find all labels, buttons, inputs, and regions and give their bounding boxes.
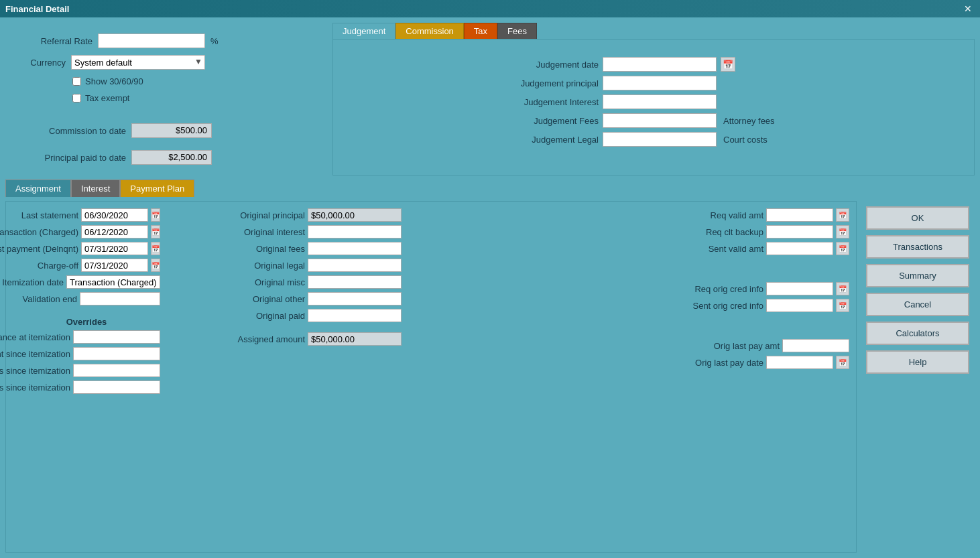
last-statement-input[interactable] — [81, 208, 148, 222]
charge-off-calendar-icon[interactable]: 📅 — [151, 259, 160, 272]
commission-row: Commission to date $500.00 — [19, 123, 314, 138]
original-misc-label: Original misc — [218, 277, 305, 287]
adjs-since-itemization-input[interactable] — [73, 380, 160, 394]
tab-interest[interactable]: Interest — [71, 180, 120, 197]
referral-rate-input[interactable] — [98, 33, 205, 48]
original-fees-input[interactable] — [308, 242, 402, 255]
calculators-button[interactable]: Calculators — [866, 322, 969, 345]
original-paid-label: Original paid — [218, 311, 305, 321]
tab-payment-plan[interactable]: Payment Plan — [120, 180, 194, 197]
currency-dropdown-wrap: System default ▼ — [71, 55, 205, 70]
show-30-60-90-checkbox[interactable] — [72, 77, 81, 86]
fees-since-itemization-input[interactable] — [73, 364, 160, 377]
transactions-button[interactable]: Transactions — [866, 235, 969, 259]
help-button[interactable]: Help — [866, 350, 969, 374]
last-payment-calendar-icon[interactable]: 📅 — [151, 242, 160, 255]
sent-orig-cred-info-calendar-icon[interactable]: 📅 — [836, 299, 849, 312]
assigned-amount-input[interactable] — [308, 332, 402, 346]
tax-exempt-label: Tax exempt — [85, 93, 129, 103]
close-button[interactable]: ✕ — [961, 3, 975, 14]
tab-judgement[interactable]: Judgement — [332, 23, 395, 39]
court-costs-label: Court costs — [721, 135, 768, 145]
original-interest-input[interactable] — [308, 225, 402, 238]
int-since-itemization-row: Int since itemization — [13, 347, 160, 360]
judgement-date-input[interactable] — [603, 57, 717, 72]
req-orig-cred-info-calendar-icon[interactable]: 📅 — [836, 282, 849, 295]
sent-valid-amt-label: Sent valid amt — [663, 244, 763, 254]
judgement-interest-row: Judgement Interest — [491, 94, 950, 109]
req-clt-backup-row: Req clt backup 📅 — [422, 225, 849, 238]
orig-last-pay-date-calendar-icon[interactable]: 📅 — [836, 356, 849, 369]
original-interest-row: Original interest — [180, 225, 402, 238]
orig-last-pay-date-input[interactable] — [766, 356, 833, 369]
req-clt-backup-input[interactable] — [766, 225, 833, 238]
original-fees-label: Original fees — [218, 244, 305, 254]
cancel-button[interactable]: Cancel — [866, 293, 969, 316]
judgement-interest-input[interactable] — [603, 94, 717, 109]
orig-last-pay-date-row: Orig last pay date 📅 — [422, 356, 849, 369]
orig-last-pay-date-label: Orig last pay date — [663, 358, 763, 368]
ok-button[interactable]: OK — [866, 206, 969, 230]
judgement-legal-input[interactable] — [603, 132, 717, 147]
last-statement-calendar-icon[interactable]: 📅 — [151, 208, 160, 222]
judgement-fields: Judgement date 📅 Judgement principal Jud… — [344, 50, 963, 153]
int-since-itemization-label: Int since itemization — [0, 349, 70, 359]
itemization-input[interactable] — [66, 275, 160, 289]
original-misc-input[interactable] — [308, 275, 402, 289]
pct-symbol: % — [210, 36, 219, 46]
req-orig-cred-info-input[interactable] — [766, 282, 833, 295]
judgement-date-calendar-icon[interactable]: 📅 — [721, 57, 735, 72]
tax-exempt-checkbox[interactable] — [72, 94, 81, 102]
req-valid-amt-input[interactable] — [766, 208, 833, 222]
original-paid-input[interactable] — [308, 309, 402, 322]
original-legal-input[interactable] — [308, 259, 402, 272]
sent-orig-cred-info-label: Sent orig cred info — [663, 301, 763, 311]
adjs-since-itemization-row: Adjs since itemization — [13, 380, 160, 394]
transaction-charged-input[interactable] — [81, 225, 148, 238]
tab-assignment[interactable]: Assignment — [5, 180, 71, 197]
original-other-label: Original other — [218, 294, 305, 304]
original-interest-label: Original interest — [218, 227, 305, 237]
judgement-tab-content: Judgement date 📅 Judgement principal Jud… — [332, 39, 975, 176]
original-principal-label: Original principal — [218, 210, 305, 220]
tab-tax[interactable]: Tax — [464, 23, 497, 39]
sent-valid-amt-calendar-icon[interactable]: 📅 — [836, 242, 849, 255]
validation-end-input[interactable] — [80, 292, 160, 305]
int-since-itemization-input[interactable] — [73, 347, 160, 360]
req-valid-amt-label: Req valid amt — [663, 210, 763, 220]
req-valid-amt-row: Req valid amt 📅 — [422, 208, 849, 222]
balance-at-itemization-input[interactable] — [73, 330, 160, 344]
commission-label: Commission to date — [19, 126, 126, 136]
charge-off-input[interactable] — [81, 259, 148, 272]
original-misc-row: Original misc — [180, 275, 402, 289]
window-title: Financial Detail — [5, 4, 69, 14]
sent-orig-cred-info-input[interactable] — [766, 299, 833, 312]
assignment-panel: Last statement 📅 Transaction (Charged) 📅… — [5, 201, 857, 553]
last-payment-input[interactable] — [81, 242, 148, 255]
judgement-principal-input[interactable] — [603, 76, 717, 90]
req-valid-amt-calendar-icon[interactable]: 📅 — [836, 208, 849, 222]
assigned-amount-row: Assigned amount — [180, 332, 402, 346]
tab-commission[interactable]: Commission — [395, 23, 464, 39]
judgement-principal-row: Judgement principal — [491, 76, 950, 90]
judgement-fees-input[interactable] — [603, 113, 717, 128]
original-legal-label: Original legal — [218, 261, 305, 271]
judgement-legal-row: Judgement Legal Court costs — [491, 132, 950, 147]
tab-fees[interactable]: Fees — [497, 23, 537, 39]
original-other-row: Original other — [180, 292, 402, 305]
original-paid-row: Original paid — [180, 309, 402, 322]
balance-at-itemization-label: Balance at itemization — [0, 332, 70, 342]
transaction-charged-calendar-icon[interactable]: 📅 — [151, 225, 160, 238]
req-clt-backup-calendar-icon[interactable]: 📅 — [836, 225, 849, 238]
show-30-60-90-label: Show 30/60/90 — [85, 76, 143, 86]
principal-value: $2,500.00 — [131, 150, 212, 165]
orig-last-pay-amt-input[interactable] — [782, 339, 849, 352]
original-principal-input[interactable] — [308, 208, 402, 222]
original-other-input[interactable] — [308, 292, 402, 305]
summary-button[interactable]: Summary — [866, 264, 969, 287]
sent-valid-amt-input[interactable] — [766, 242, 833, 255]
judgement-fees-label: Judgement Fees — [491, 116, 599, 126]
judgement-principal-label: Judgement principal — [491, 78, 599, 88]
sent-valid-amt-row: Sent valid amt 📅 — [422, 242, 849, 255]
currency-select[interactable]: System default — [71, 55, 205, 70]
